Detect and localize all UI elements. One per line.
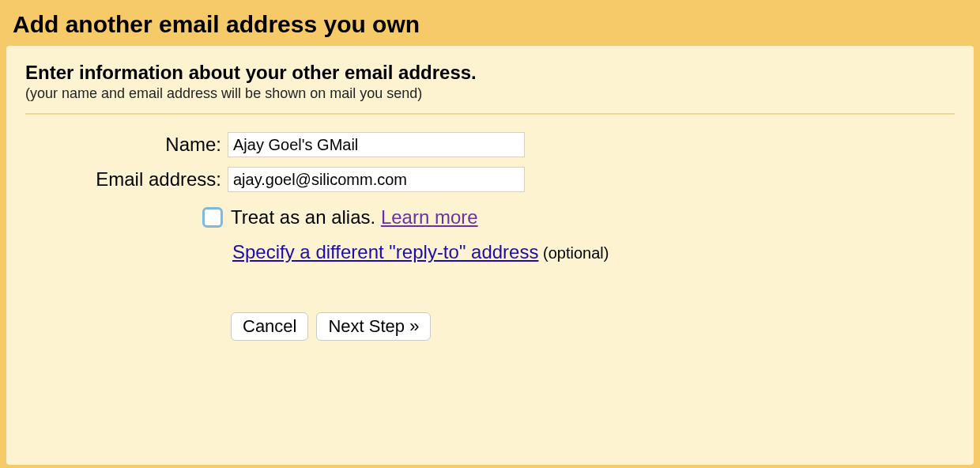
email-label: Email address: bbox=[25, 168, 228, 191]
panel-heading: Enter information about your other email… bbox=[25, 62, 955, 84]
dialog-panel: Enter information about your other email… bbox=[6, 46, 974, 465]
next-step-button[interactable]: Next Step » bbox=[316, 312, 431, 341]
learn-more-link[interactable]: Learn more bbox=[381, 206, 478, 228]
alias-checkbox[interactable] bbox=[202, 207, 223, 228]
dialog-title: Add another email address you own bbox=[13, 11, 967, 38]
alias-row: Treat as an alias. Learn more bbox=[202, 206, 955, 228]
divider bbox=[25, 113, 955, 115]
email-input[interactable] bbox=[228, 167, 525, 192]
name-label: Name: bbox=[25, 134, 228, 156]
title-bar: Add another email address you own bbox=[0, 0, 980, 46]
reply-to-row: Specify a different "reply-to" address (… bbox=[232, 241, 955, 263]
button-row: Cancel Next Step » bbox=[231, 312, 955, 341]
optional-label: (optional) bbox=[538, 244, 609, 262]
dialog-wrapper: Add another email address you own Enter … bbox=[0, 0, 980, 468]
alias-text-wrap: Treat as an alias. Learn more bbox=[231, 206, 478, 228]
name-row: Name: bbox=[25, 132, 955, 157]
alias-text: Treat as an alias. bbox=[231, 206, 381, 228]
email-row: Email address: bbox=[25, 167, 955, 192]
name-input[interactable] bbox=[228, 132, 525, 157]
cancel-button[interactable]: Cancel bbox=[231, 312, 308, 341]
reply-to-link[interactable]: Specify a different "reply-to" address bbox=[232, 241, 538, 262]
panel-subheading: (your name and email address will be sho… bbox=[25, 85, 955, 102]
